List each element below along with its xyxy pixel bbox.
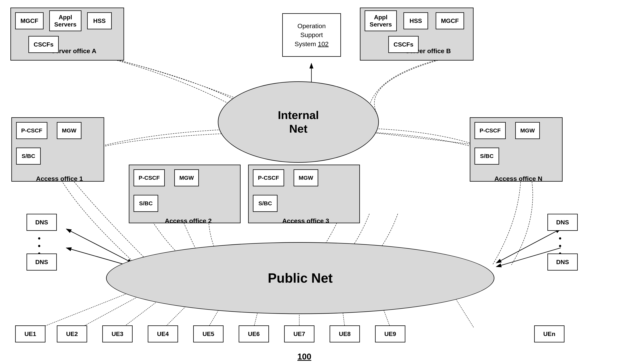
svg-line-5: [66, 229, 133, 263]
diagram-title: 100: [297, 352, 311, 361]
mgcf-server-a: MGCF: [15, 12, 44, 29]
ue4: UE4: [148, 325, 178, 343]
p-cscf-access-n: P-CSCF: [474, 122, 506, 139]
hss-server-a: HSS: [87, 12, 112, 29]
svg-line-4: [66, 229, 133, 263]
ue9: UE9: [375, 325, 405, 343]
access-office-n-label: Access office N: [494, 175, 542, 182]
dns-left-upper: DNS: [26, 214, 57, 231]
mgcf-server-b: MGCF: [436, 12, 464, 29]
ue5: UE5: [193, 325, 223, 343]
p-cscf-access-3: P-CSCF: [253, 169, 284, 186]
mgw-access-n: MGW: [515, 122, 540, 139]
ue2: UE2: [57, 325, 87, 343]
access-office-3-label: Access office 3: [282, 217, 329, 224]
sbc-access-2: S/BC: [134, 195, 158, 212]
cscfs-server-b: CSCFs: [388, 36, 419, 53]
hss-server-b: HSS: [403, 12, 428, 29]
appl-servers-b: ApplServers: [365, 10, 397, 31]
sbc-access-3: S/BC: [253, 195, 277, 212]
ue3: UE3: [102, 325, 133, 343]
sbc-access-1: S/BC: [16, 148, 41, 165]
mgw-access-1: MGW: [57, 122, 81, 139]
mgw-access-3: MGW: [294, 169, 318, 186]
mgw-access-2: MGW: [174, 169, 199, 186]
internal-net-label: Internal Net: [278, 108, 319, 136]
p-cscf-access-1: P-CSCF: [16, 122, 47, 139]
cscfs-server-a: CSCFs: [28, 36, 59, 53]
access-office-2-label: Access office 2: [165, 217, 212, 224]
ue7: UE7: [284, 325, 314, 343]
ue8: UE8: [330, 325, 360, 343]
dns-right-lower: DNS: [547, 254, 578, 271]
internal-net: Internal Net: [218, 81, 379, 163]
svg-line-20: [455, 297, 473, 327]
diagram: Server office A MGCF ApplServers HSS CSC…: [0, 0, 623, 364]
appl-servers-a: ApplServers: [49, 10, 81, 31]
access-office-1-label: Access office 1: [36, 175, 83, 182]
public-net-label: Public Net: [268, 270, 333, 286]
oss-box: OperationSupportSystem 102: [282, 13, 341, 57]
svg-line-11: [42, 291, 133, 327]
ue1: UE1: [15, 325, 45, 343]
oss-label: OperationSupportSystem 102: [294, 21, 329, 49]
dns-left-lower: DNS: [26, 254, 57, 271]
uen: UEn: [534, 325, 564, 343]
dns-right-upper: DNS: [547, 214, 578, 231]
p-cscf-access-2: P-CSCF: [134, 169, 165, 186]
ue6: UE6: [239, 325, 269, 343]
public-net: Public Net: [106, 242, 494, 314]
sbc-access-n: S/BC: [474, 148, 499, 165]
